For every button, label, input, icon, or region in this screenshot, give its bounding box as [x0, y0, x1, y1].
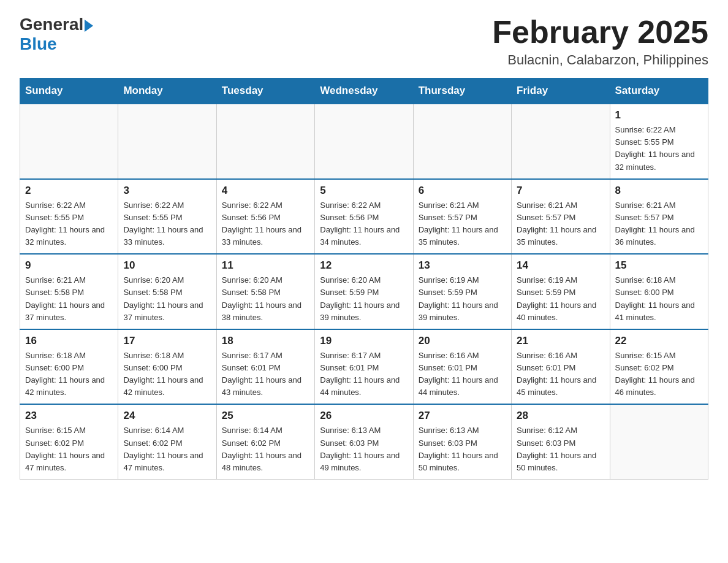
calendar-cell	[216, 104, 314, 179]
day-number: 26	[320, 410, 408, 422]
day-number: 16	[25, 335, 113, 347]
day-number: 3	[123, 185, 211, 197]
calendar-cell: 5Sunrise: 6:22 AM Sunset: 5:56 PM Daylig…	[315, 179, 413, 255]
calendar-cell: 10Sunrise: 6:20 AM Sunset: 5:58 PM Dayli…	[118, 254, 216, 329]
day-number: 11	[222, 259, 309, 272]
month-title: February 2025	[492, 15, 708, 50]
location-title: Bulacnin, Calabarzon, Philippines	[492, 52, 708, 68]
weekday-header-thursday: Thursday	[413, 79, 511, 104]
weekday-header-wednesday: Wednesday	[315, 79, 413, 104]
calendar-cell: 1Sunrise: 6:22 AM Sunset: 5:55 PM Daylig…	[610, 104, 708, 179]
day-number: 7	[517, 185, 604, 197]
logo-general-text: General	[20, 15, 83, 34]
calendar-cell: 27Sunrise: 6:13 AM Sunset: 6:03 PM Dayli…	[413, 404, 511, 479]
day-number: 17	[123, 335, 211, 347]
day-number: 18	[222, 335, 309, 347]
day-info: Sunrise: 6:16 AM Sunset: 6:01 PM Dayligh…	[517, 350, 604, 399]
calendar-cell: 24Sunrise: 6:14 AM Sunset: 6:02 PM Dayli…	[118, 404, 216, 479]
calendar-cell	[610, 404, 708, 479]
calendar-cell: 15Sunrise: 6:18 AM Sunset: 6:00 PM Dayli…	[610, 254, 708, 329]
day-number: 13	[419, 259, 506, 272]
calendar-cell: 16Sunrise: 6:18 AM Sunset: 6:00 PM Dayli…	[20, 329, 118, 405]
day-number: 5	[320, 185, 408, 197]
calendar-cell	[413, 104, 511, 179]
day-number: 27	[419, 410, 506, 422]
day-info: Sunrise: 6:20 AM Sunset: 5:58 PM Dayligh…	[222, 274, 309, 324]
weekday-header-monday: Monday	[118, 79, 216, 104]
day-number: 24	[123, 410, 211, 422]
week-row-1: 1Sunrise: 6:22 AM Sunset: 5:55 PM Daylig…	[20, 104, 708, 179]
calendar-cell	[512, 104, 610, 179]
day-number: 23	[25, 410, 113, 422]
day-info: Sunrise: 6:19 AM Sunset: 5:59 PM Dayligh…	[419, 274, 506, 324]
day-info: Sunrise: 6:17 AM Sunset: 6:01 PM Dayligh…	[222, 350, 309, 399]
day-info: Sunrise: 6:22 AM Sunset: 5:55 PM Dayligh…	[615, 124, 703, 174]
calendar-cell: 20Sunrise: 6:16 AM Sunset: 6:01 PM Dayli…	[413, 329, 511, 405]
day-info: Sunrise: 6:14 AM Sunset: 6:02 PM Dayligh…	[123, 424, 211, 474]
calendar-cell: 14Sunrise: 6:19 AM Sunset: 5:59 PM Dayli…	[512, 254, 610, 329]
day-info: Sunrise: 6:22 AM Sunset: 5:55 PM Dayligh…	[123, 199, 211, 249]
calendar-cell: 25Sunrise: 6:14 AM Sunset: 6:02 PM Dayli…	[216, 404, 314, 479]
day-info: Sunrise: 6:22 AM Sunset: 5:55 PM Dayligh…	[25, 199, 113, 249]
day-info: Sunrise: 6:21 AM Sunset: 5:57 PM Dayligh…	[419, 199, 506, 249]
logo-arrow-icon	[85, 20, 93, 32]
day-info: Sunrise: 6:16 AM Sunset: 6:01 PM Dayligh…	[419, 350, 506, 399]
weekday-header-row: SundayMondayTuesdayWednesdayThursdayFrid…	[20, 79, 708, 104]
day-info: Sunrise: 6:15 AM Sunset: 6:02 PM Dayligh…	[25, 424, 113, 474]
weekday-header-saturday: Saturday	[610, 79, 708, 104]
day-number: 9	[25, 259, 113, 272]
calendar-cell: 3Sunrise: 6:22 AM Sunset: 5:55 PM Daylig…	[118, 179, 216, 255]
page-header: General Blue February 2025 Bulacnin, Cal…	[20, 15, 708, 68]
day-number: 15	[615, 259, 703, 272]
day-number: 21	[517, 335, 604, 347]
weekday-header-tuesday: Tuesday	[216, 79, 314, 104]
day-number: 28	[517, 410, 604, 422]
day-number: 25	[222, 410, 309, 422]
week-row-5: 23Sunrise: 6:15 AM Sunset: 6:02 PM Dayli…	[20, 404, 708, 479]
day-info: Sunrise: 6:17 AM Sunset: 6:01 PM Dayligh…	[320, 350, 408, 399]
weekday-header-friday: Friday	[512, 79, 610, 104]
day-info: Sunrise: 6:13 AM Sunset: 6:03 PM Dayligh…	[419, 424, 506, 474]
day-info: Sunrise: 6:21 AM Sunset: 5:57 PM Dayligh…	[517, 199, 604, 249]
calendar-cell: 2Sunrise: 6:22 AM Sunset: 5:55 PM Daylig…	[20, 179, 118, 255]
calendar-cell: 19Sunrise: 6:17 AM Sunset: 6:01 PM Dayli…	[315, 329, 413, 405]
calendar-cell: 4Sunrise: 6:22 AM Sunset: 5:56 PM Daylig…	[216, 179, 314, 255]
day-info: Sunrise: 6:13 AM Sunset: 6:03 PM Dayligh…	[320, 424, 408, 474]
day-number: 14	[517, 259, 604, 272]
day-number: 20	[419, 335, 506, 347]
day-number: 8	[615, 185, 703, 197]
calendar-cell: 21Sunrise: 6:16 AM Sunset: 6:01 PM Dayli…	[512, 329, 610, 405]
calendar-cell: 17Sunrise: 6:18 AM Sunset: 6:00 PM Dayli…	[118, 329, 216, 405]
day-number: 2	[25, 185, 113, 197]
day-number: 12	[320, 259, 408, 272]
day-number: 6	[419, 185, 506, 197]
calendar-cell: 28Sunrise: 6:12 AM Sunset: 6:03 PM Dayli…	[512, 404, 610, 479]
day-info: Sunrise: 6:20 AM Sunset: 5:58 PM Dayligh…	[123, 274, 211, 324]
day-info: Sunrise: 6:18 AM Sunset: 6:00 PM Dayligh…	[615, 274, 703, 324]
day-info: Sunrise: 6:22 AM Sunset: 5:56 PM Dayligh…	[320, 199, 408, 249]
day-info: Sunrise: 6:19 AM Sunset: 5:59 PM Dayligh…	[517, 274, 604, 324]
day-info: Sunrise: 6:12 AM Sunset: 6:03 PM Dayligh…	[517, 424, 604, 474]
calendar-cell: 26Sunrise: 6:13 AM Sunset: 6:03 PM Dayli…	[315, 404, 413, 479]
week-row-4: 16Sunrise: 6:18 AM Sunset: 6:00 PM Dayli…	[20, 329, 708, 405]
calendar-cell: 22Sunrise: 6:15 AM Sunset: 6:02 PM Dayli…	[610, 329, 708, 405]
day-number: 10	[123, 259, 211, 272]
day-number: 19	[320, 335, 408, 347]
day-info: Sunrise: 6:15 AM Sunset: 6:02 PM Dayligh…	[615, 350, 703, 399]
day-info: Sunrise: 6:14 AM Sunset: 6:02 PM Dayligh…	[222, 424, 309, 474]
day-info: Sunrise: 6:18 AM Sunset: 6:00 PM Dayligh…	[25, 350, 113, 399]
calendar-cell: 11Sunrise: 6:20 AM Sunset: 5:58 PM Dayli…	[216, 254, 314, 329]
calendar-cell	[315, 104, 413, 179]
calendar-cell: 9Sunrise: 6:21 AM Sunset: 5:58 PM Daylig…	[20, 254, 118, 329]
calendar-cell	[118, 104, 216, 179]
logo: General Blue	[20, 15, 93, 54]
day-info: Sunrise: 6:21 AM Sunset: 5:57 PM Dayligh…	[615, 199, 703, 249]
logo-blue-text: Blue	[20, 34, 57, 54]
week-row-2: 2Sunrise: 6:22 AM Sunset: 5:55 PM Daylig…	[20, 179, 708, 255]
calendar-cell: 6Sunrise: 6:21 AM Sunset: 5:57 PM Daylig…	[413, 179, 511, 255]
day-info: Sunrise: 6:18 AM Sunset: 6:00 PM Dayligh…	[123, 350, 211, 399]
calendar-cell: 12Sunrise: 6:20 AM Sunset: 5:59 PM Dayli…	[315, 254, 413, 329]
day-info: Sunrise: 6:20 AM Sunset: 5:59 PM Dayligh…	[320, 274, 408, 324]
calendar-cell: 18Sunrise: 6:17 AM Sunset: 6:01 PM Dayli…	[216, 329, 314, 405]
calendar-cell: 7Sunrise: 6:21 AM Sunset: 5:57 PM Daylig…	[512, 179, 610, 255]
